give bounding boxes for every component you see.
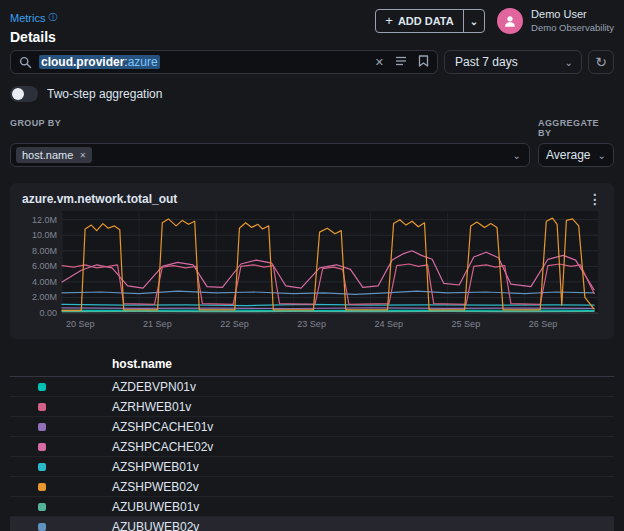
aggregate-by-select[interactable]: Average ⌄ [538, 143, 614, 167]
chevron-down-icon[interactable]: ⌄ [464, 10, 484, 32]
query-bar-row: cloud.provider:azure ✕ Past 7 [10, 50, 614, 74]
table-row[interactable]: AZSHPWEB01v [10, 457, 614, 477]
svg-text:26 Sep: 26 Sep [529, 319, 558, 329]
query-value: azure [128, 55, 158, 69]
add-data-main[interactable]: + ADD DATA [376, 10, 462, 32]
series-color-cell [10, 463, 112, 471]
series-color-cell [10, 443, 112, 451]
query-text[interactable]: cloud.provider:azure [39, 55, 160, 69]
user-org: Demo Observability [531, 22, 614, 34]
svg-text:23 Sep: 23 Sep [297, 319, 326, 329]
person-icon [503, 14, 517, 28]
series-color-dot [38, 383, 46, 391]
metric-chart-panel: azure.vm.network.total_out ⋮ 20 Sep21 Se… [10, 183, 614, 339]
group-by-combobox[interactable]: host.name ✕ ⌄ [10, 143, 530, 167]
saved-queries-icon[interactable] [395, 53, 407, 71]
table-row[interactable]: AZUBUWEB02v [10, 517, 614, 531]
time-range-value: Past 7 days [455, 55, 518, 69]
series-color-dot [38, 503, 46, 511]
plus-icon: + [385, 13, 393, 28]
table-row[interactable]: AZDEBVPN01v [10, 377, 614, 397]
toggle-knob [12, 88, 24, 100]
add-data-button[interactable]: + ADD DATA ⌄ [375, 9, 485, 33]
metrics-details-page: Metricsⓘ Details + ADD DATA ⌄ [0, 0, 624, 531]
user-text: Demo User Demo Observability [531, 8, 614, 34]
avatar[interactable] [497, 8, 523, 34]
series-color-cell [10, 483, 112, 491]
svg-text:10.0M: 10.0M [32, 230, 57, 240]
title-block: Metricsⓘ Details [10, 8, 57, 45]
table-row[interactable]: AZSHPCACHE01v [10, 417, 614, 437]
series-color-dot [38, 483, 46, 491]
svg-text:24 Sep: 24 Sep [374, 319, 403, 329]
add-data-label: ADD DATA [398, 15, 454, 27]
table-body: AZDEBVPN01vAZRHWEB01vAZSHPCACHE01vAZSHPC… [10, 377, 614, 531]
two-step-toggle[interactable] [10, 86, 38, 102]
remove-tag-icon[interactable]: ✕ [79, 151, 86, 160]
series-color-dot [38, 523, 46, 531]
info-icon[interactable]: ⓘ [48, 12, 57, 22]
svg-text:6.00M: 6.00M [32, 261, 57, 271]
chevron-down-icon: ⌄ [565, 57, 573, 68]
refresh-button[interactable]: ↻ [588, 50, 614, 74]
table-header-row: host.name [10, 351, 614, 377]
svg-text:4.00M: 4.00M [32, 277, 57, 287]
svg-text:20 Sep: 20 Sep [66, 319, 95, 329]
grouping-controls: GROUP BY AGGREGATE BY host.name ✕ ⌄ Aver… [10, 118, 614, 167]
table-row[interactable]: AZSHPCACHE02v [10, 437, 614, 457]
svg-text:22 Sep: 22 Sep [220, 319, 249, 329]
host-name-cell: AZRHWEB01v [112, 400, 191, 414]
two-step-toggle-label: Two-step aggregation [47, 87, 162, 101]
chart-header: azure.vm.network.total_out ⋮ [22, 191, 602, 207]
query-input[interactable]: cloud.provider:azure ✕ [10, 50, 438, 74]
series-color-dot [38, 443, 46, 451]
group-by-label: GROUP BY [10, 118, 530, 138]
host-name-cell: AZSHPWEB02v [112, 480, 199, 494]
series-color-cell [10, 403, 112, 411]
table-row[interactable]: AZUBUWEB01v [10, 497, 614, 517]
time-range-picker[interactable]: Past 7 days ⌄ [444, 50, 582, 74]
host-name-cell: AZUBUWEB02v [112, 520, 199, 531]
aggregate-by-value: Average [546, 148, 590, 162]
query-field: cloud.provider [41, 55, 124, 69]
top-right-actions: + ADD DATA ⌄ Demo User Demo Observabilit… [375, 8, 614, 34]
series-color-cell [10, 503, 112, 511]
svg-text:12.0M: 12.0M [32, 215, 57, 225]
host-name-cell: AZSHPWEB01v [112, 460, 199, 474]
series-color-cell [10, 523, 112, 531]
host-table: host.name AZDEBVPN01vAZRHWEB01vAZSHPCACH… [10, 351, 614, 531]
svg-text:8.00M: 8.00M [32, 246, 57, 256]
series-color-dot [38, 423, 46, 431]
host-name-cell: AZDEBVPN01v [112, 380, 196, 394]
user-name: Demo User [531, 8, 614, 22]
chart-title: azure.vm.network.total_out [22, 192, 177, 206]
svg-text:0.00: 0.00 [39, 308, 57, 318]
aggregate-by-label: AGGREGATE BY [538, 118, 614, 138]
user-menu[interactable]: Demo User Demo Observability [497, 8, 614, 34]
host-name-cell: AZSHPCACHE01v [112, 420, 213, 434]
chevron-down-icon: ⌄ [598, 150, 606, 161]
line-chart[interactable]: 20 Sep21 Sep22 Sep23 Sep24 Sep25 Sep26 S… [22, 209, 602, 339]
group-by-tag[interactable]: host.name ✕ [16, 147, 92, 163]
bookmark-icon[interactable] [418, 53, 429, 71]
top-bar: Metricsⓘ Details + ADD DATA ⌄ [10, 8, 614, 44]
host-name-cell: AZUBUWEB01v [112, 500, 199, 514]
svg-text:2.00M: 2.00M [32, 292, 57, 302]
table-row[interactable]: AZRHWEB01v [10, 397, 614, 417]
host-name-cell: AZSHPCACHE02v [112, 440, 213, 454]
series-color-cell [10, 423, 112, 431]
table-row[interactable]: AZSHPWEB02v [10, 477, 614, 497]
two-step-aggregation-row: Two-step aggregation [10, 86, 614, 102]
search-icon [19, 56, 32, 69]
group-by-tag-label: host.name [22, 149, 73, 161]
clear-query-icon[interactable]: ✕ [375, 56, 384, 69]
breadcrumb-metrics[interactable]: Metrics [10, 12, 45, 24]
panel-options-icon[interactable]: ⋮ [588, 192, 602, 206]
series-color-cell [10, 383, 112, 391]
query-bar-icons: ✕ [375, 53, 429, 71]
svg-text:25 Sep: 25 Sep [452, 319, 481, 329]
series-color-dot [38, 403, 46, 411]
host-name-column-header[interactable]: host.name [112, 357, 172, 371]
page-title: Details [10, 29, 57, 45]
svg-text:21 Sep: 21 Sep [143, 319, 172, 329]
